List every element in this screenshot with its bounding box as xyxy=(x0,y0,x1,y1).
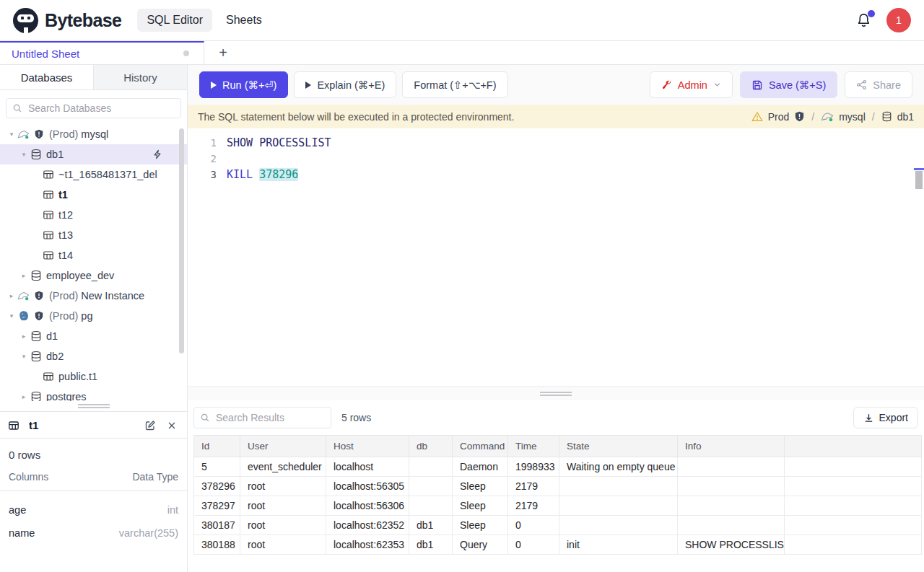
result-cell[interactable]: localhost:56306 xyxy=(326,496,409,516)
chevron-right-icon[interactable]: ▸ xyxy=(18,272,30,279)
tree-item-t13[interactable]: t13 xyxy=(0,225,187,245)
results-search-input[interactable] xyxy=(193,407,331,428)
result-cell[interactable] xyxy=(678,496,785,516)
notification-bell-icon[interactable] xyxy=(855,12,872,29)
result-cell[interactable]: Daemon xyxy=(453,457,508,477)
result-cell[interactable]: Waiting on empty queue xyxy=(559,457,678,477)
column-header[interactable] xyxy=(785,436,922,457)
chevron-down-icon[interactable]: ▾ xyxy=(18,353,30,360)
result-cell[interactable]: 378297 xyxy=(194,496,240,516)
tree-item-d1[interactable]: ▸d1 xyxy=(0,326,187,346)
result-cell[interactable] xyxy=(409,496,453,516)
result-cell[interactable]: 0 xyxy=(508,535,559,555)
result-cell[interactable]: 2179 xyxy=(508,496,559,516)
tab-databases[interactable]: Databases xyxy=(0,65,94,89)
result-cell[interactable] xyxy=(409,477,453,496)
tree-item-t1[interactable]: t1 xyxy=(0,185,187,205)
result-cell[interactable] xyxy=(559,516,678,535)
result-cell[interactable] xyxy=(559,477,678,496)
editor-line-2[interactable]: 2 xyxy=(188,151,924,167)
editor-line-1[interactable]: 1SHOW PROCESSLIST xyxy=(188,135,924,151)
tab-untitled-sheet[interactable]: Untitled Sheet xyxy=(0,41,204,64)
tree-item-new-instance[interactable]: ▸(Prod) New Instance xyxy=(0,286,187,306)
result-cell[interactable]: db1 xyxy=(409,516,453,535)
chevron-down-icon[interactable]: ▾ xyxy=(6,312,17,320)
result-cell[interactable] xyxy=(785,457,922,477)
column-header[interactable]: Info xyxy=(678,436,785,457)
column-header[interactable]: State xyxy=(559,436,678,457)
nav-sql-editor[interactable]: SQL Editor xyxy=(137,9,212,32)
export-button[interactable]: Export xyxy=(853,407,918,428)
column-header[interactable]: Command xyxy=(453,436,508,457)
bytebase-logo[interactable]: Bytebase xyxy=(13,8,121,33)
admin-mode-button[interactable]: Admin xyxy=(650,71,733,98)
column-header[interactable]: Id xyxy=(194,436,240,457)
tree-item-db1[interactable]: ▾db1 xyxy=(0,144,187,164)
result-cell[interactable]: root xyxy=(240,477,326,496)
result-cell[interactable] xyxy=(785,477,922,496)
chevron-right-icon[interactable]: ▸ xyxy=(6,292,17,299)
breadcrumb-database[interactable]: db1 xyxy=(897,111,914,123)
result-cell[interactable] xyxy=(785,535,922,555)
editor-line-3[interactable]: 3KILL 378296 xyxy=(188,167,924,182)
result-cell[interactable] xyxy=(409,457,453,477)
result-cell[interactable] xyxy=(678,477,785,496)
tree-item-t14[interactable]: t14 xyxy=(0,245,187,265)
run-button[interactable]: Run (⌘+⏎) xyxy=(199,71,288,98)
chevron-down-icon[interactable]: ▾ xyxy=(6,131,17,138)
result-cell[interactable]: event_scheduler xyxy=(240,457,326,477)
edit-table-icon[interactable] xyxy=(144,420,156,431)
sidebar-resize-handle[interactable] xyxy=(0,401,187,411)
result-cell[interactable]: 378296 xyxy=(194,477,240,496)
tree-item-public-t1[interactable]: public.t1 xyxy=(0,366,187,387)
database-search-input[interactable] xyxy=(6,98,181,118)
result-row[interactable]: 5event_schedulerlocalhostDaemon1998933Wa… xyxy=(194,457,922,477)
tree-item-mysql[interactable]: ▾(Prod) mysql xyxy=(0,124,187,144)
editor-scrollbar[interactable] xyxy=(915,171,923,189)
column-header[interactable]: db xyxy=(409,436,453,457)
breadcrumb-instance[interactable]: mysql xyxy=(839,111,866,123)
result-cell[interactable]: root xyxy=(240,535,326,555)
result-row[interactable]: 380188rootlocalhost:62353db1Query0initSH… xyxy=(194,535,922,555)
result-cell[interactable] xyxy=(678,457,785,477)
result-cell[interactable]: localhost:56305 xyxy=(326,477,409,496)
result-cell[interactable]: root xyxy=(240,496,326,516)
result-row[interactable]: 378296rootlocalhost:56305Sleep2179 xyxy=(194,477,922,496)
tree-scrollbar[interactable] xyxy=(179,128,184,353)
save-button[interactable]: Save (⌘+S) xyxy=(740,71,837,98)
result-cell[interactable]: localhost xyxy=(326,457,409,477)
result-cell[interactable]: 380187 xyxy=(194,516,240,535)
tree-item-employee-dev[interactable]: ▸employee_dev xyxy=(0,265,187,286)
sql-editor[interactable]: 1SHOW PROCESSLIST23KILL 378296 xyxy=(188,128,924,386)
tree-item-pg[interactable]: ▾(Prod) pg xyxy=(0,306,187,326)
result-row[interactable]: 378297rootlocalhost:56306Sleep2179 xyxy=(194,496,922,516)
result-cell[interactable]: Sleep xyxy=(453,477,508,496)
chevron-right-icon[interactable]: ▸ xyxy=(18,393,30,400)
result-cell[interactable]: localhost:62352 xyxy=(326,516,409,535)
result-cell[interactable] xyxy=(785,516,922,535)
result-cell[interactable]: db1 xyxy=(409,535,453,555)
explain-button[interactable]: Explain (⌘+E) xyxy=(294,71,396,98)
result-cell[interactable]: root xyxy=(240,516,326,535)
column-header[interactable]: Host xyxy=(326,436,409,457)
nav-sheets[interactable]: Sheets xyxy=(217,9,271,32)
close-icon[interactable] xyxy=(167,421,177,431)
add-sheet-button[interactable]: + xyxy=(204,41,242,64)
result-cell[interactable]: 5 xyxy=(194,457,240,477)
result-cell[interactable]: 380188 xyxy=(194,535,240,555)
tree-item-postgres[interactable]: ▸postgres xyxy=(0,387,187,401)
result-cell[interactable]: SHOW PROCESSLIST xyxy=(678,535,785,555)
result-cell[interactable]: Sleep xyxy=(453,516,508,535)
tab-history[interactable]: History xyxy=(94,65,187,89)
tree-item-db2[interactable]: ▾db2 xyxy=(0,346,187,366)
result-cell[interactable]: 2179 xyxy=(508,477,559,496)
result-cell[interactable] xyxy=(678,516,785,535)
result-cell[interactable] xyxy=(559,496,678,516)
chevron-down-icon[interactable]: ▾ xyxy=(18,151,30,158)
results-resize-handle[interactable] xyxy=(188,386,924,400)
result-cell[interactable]: 1998933 xyxy=(508,457,559,477)
bolt-icon[interactable] xyxy=(152,149,162,159)
result-row[interactable]: 380187rootlocalhost:62352db1Sleep0 xyxy=(194,516,922,535)
share-button[interactable]: Share xyxy=(845,71,912,98)
format-button[interactable]: Format (⇧+⌥+F) xyxy=(402,71,507,98)
